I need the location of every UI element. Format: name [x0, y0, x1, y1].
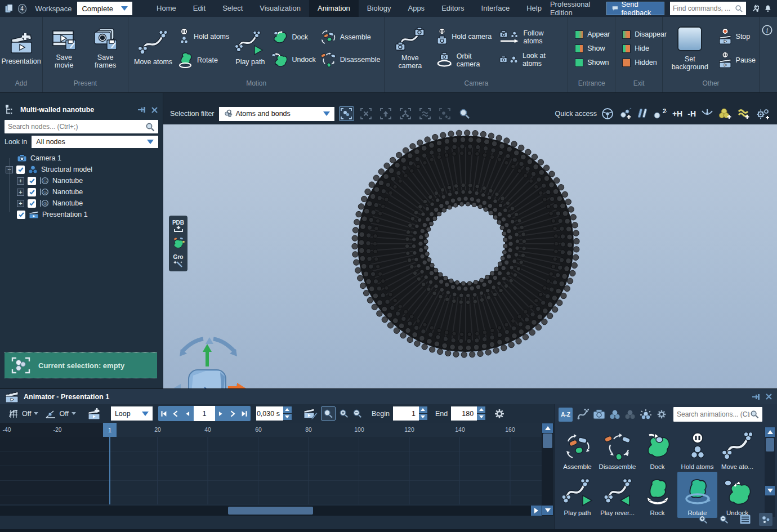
play-path-button[interactable]: Play path: [234, 30, 266, 67]
notification-badge[interactable]: 4: [18, 4, 26, 14]
hidden-button[interactable]: Hidden: [622, 59, 657, 67]
begin-spinner[interactable]: [419, 406, 427, 421]
clear-selection-button[interactable]: [359, 106, 374, 121]
pin-icon[interactable]: [752, 394, 761, 400]
animations-scroll-down[interactable]: [765, 486, 775, 495]
find-commands-input[interactable]: [673, 5, 735, 12]
hscroll-thumb[interactable]: [228, 507, 313, 515]
animation-rotate[interactable]: Rotate: [677, 472, 717, 518]
timeline-zoom-in-icon[interactable]: [339, 409, 349, 419]
playhead-line[interactable]: [109, 437, 110, 504]
end-spinner[interactable]: [477, 406, 485, 421]
filter-atoms-blue-icon[interactable]: [609, 409, 620, 419]
orbit-camera-button[interactable]: Orbit camera: [436, 52, 495, 69]
grid-view-button[interactable]: [759, 513, 772, 526]
sort-az-button[interactable]: A-Z: [559, 408, 573, 422]
animation-hold-atoms[interactable]: Hold atoms: [677, 426, 717, 472]
save-frames-button[interactable]: Save frames: [86, 26, 124, 70]
animation-disassemble[interactable]: Disassemble: [597, 426, 637, 472]
menu-biology[interactable]: Biology: [359, 0, 400, 17]
go-to-end-button[interactable]: [239, 406, 251, 421]
menu-interface[interactable]: Interface: [473, 0, 519, 17]
animation-undock[interactable]: Undock: [717, 472, 757, 518]
select-all-button[interactable]: [339, 106, 354, 121]
bond-pair-icon[interactable]: [637, 108, 648, 120]
expand-expander[interactable]: +: [17, 177, 24, 185]
select-connected-button[interactable]: [398, 106, 413, 121]
move-camera-button[interactable]: Move camera: [388, 26, 432, 71]
presentation-button[interactable]: Presentation: [0, 30, 43, 66]
tree-item-nanotube-3[interactable]: + G Nanotube: [0, 198, 163, 209]
search-icon[interactable]: [750, 410, 759, 419]
timeline-hscrollbar[interactable]: [0, 506, 542, 516]
search-animations-input[interactable]: [677, 410, 750, 418]
current-selection-bar[interactable]: Current selection: empty: [5, 352, 157, 378]
loop-dropdown[interactable]: Loop: [111, 406, 153, 421]
animations-scroll-up[interactable]: [765, 427, 775, 437]
disappear-button[interactable]: Disappear: [622, 30, 667, 39]
add-presentation-icon[interactable]: [87, 408, 101, 420]
select-similar-button[interactable]: [418, 106, 433, 121]
hold-camera-button[interactable]: Hold camera: [436, 28, 495, 45]
add-to-selection-button[interactable]: [437, 106, 453, 121]
selection-filter-dropdown[interactable]: Atoms and bonds: [219, 107, 334, 121]
dock-button[interactable]: Dock: [271, 29, 315, 45]
menu-apps[interactable]: Apps: [399, 0, 433, 17]
close-icon[interactable]: [151, 106, 158, 114]
timeline-vscrollbar[interactable]: [542, 423, 553, 516]
visibility-checkbox[interactable]: [28, 199, 36, 208]
menu-help[interactable]: Help: [518, 0, 550, 17]
list-view-button[interactable]: [738, 513, 752, 526]
animation-rock[interactable]: Rock: [637, 472, 677, 518]
menu-select[interactable]: Select: [214, 0, 251, 17]
menu-animation[interactable]: Animation: [309, 0, 359, 17]
zoom-on-selection-button[interactable]: [457, 106, 472, 121]
build-gro-button[interactable]: Gro: [173, 254, 184, 267]
timeline-zoom-tool[interactable]: [321, 406, 336, 421]
wrench-settings-icon[interactable]: [752, 4, 759, 14]
vscroll-thumb[interactable]: [543, 433, 552, 448]
animator-settings-gear-icon[interactable]: [493, 408, 506, 420]
stop-button[interactable]: Stop: [718, 28, 756, 45]
tree-item-camera-1[interactable]: Camera 1: [0, 153, 163, 164]
look-at-atoms-button[interactable]: Look at atoms: [499, 52, 564, 68]
send-feedback-button[interactable]: Send feedback: [606, 2, 664, 15]
search-icon[interactable]: [735, 5, 743, 13]
timeline-tracks[interactable]: [0, 437, 542, 504]
docking-blob-icon[interactable]: [172, 237, 185, 249]
search-nodes-box[interactable]: [5, 120, 158, 133]
navigation-gizmo[interactable]: [166, 332, 251, 388]
fps-dropdown[interactable]: Off: [8, 408, 38, 419]
frame-duration-field[interactable]: 0,030 s: [256, 406, 283, 421]
vscroll-up-arrow[interactable]: [542, 423, 553, 433]
frame-duration-spinner[interactable]: [283, 406, 292, 421]
hscroll-right-arrow[interactable]: [531, 506, 542, 516]
pin-icon[interactable]: [137, 106, 146, 113]
menu-home[interactable]: Home: [148, 0, 185, 17]
step-forward-button[interactable]: [215, 406, 227, 421]
ion-charge-icon[interactable]: 2+: [653, 108, 667, 120]
end-field[interactable]: 180: [451, 406, 477, 421]
render-area[interactable]: PDB Gro: [163, 124, 777, 388]
current-frame-field[interactable]: 1: [194, 406, 215, 421]
step-back-button[interactable]: [182, 406, 194, 421]
documents-icon[interactable]: [5, 3, 14, 14]
search-icon[interactable]: [145, 122, 155, 132]
add-settings-icon[interactable]: [756, 108, 770, 120]
timeline-ruler[interactable]: -40 -20 20 40 60 80 100 120 140 160 1: [0, 423, 542, 437]
disassemble-button[interactable]: Disassemble: [320, 52, 381, 68]
hide-button[interactable]: Hide: [622, 44, 649, 53]
show-button[interactable]: Show: [575, 44, 605, 53]
find-commands-box[interactable]: [670, 2, 746, 15]
pause-button[interactable]: Pause: [718, 52, 756, 69]
look-in-dropdown[interactable]: All nodes: [32, 136, 158, 148]
fetch-pdb-button[interactable]: PDB: [172, 220, 184, 232]
save-movie-button[interactable]: Save movie: [46, 26, 82, 70]
filter-atoms-gray-icon[interactable]: [624, 409, 636, 419]
previous-keyframe-button[interactable]: [170, 406, 182, 421]
menu-edit[interactable]: Edit: [185, 0, 214, 17]
visibility-checkbox[interactable]: [16, 166, 25, 174]
menu-visualization[interactable]: Visualization: [251, 0, 309, 17]
select-parent-button[interactable]: [378, 106, 394, 121]
expand-expander[interactable]: +: [17, 200, 24, 207]
